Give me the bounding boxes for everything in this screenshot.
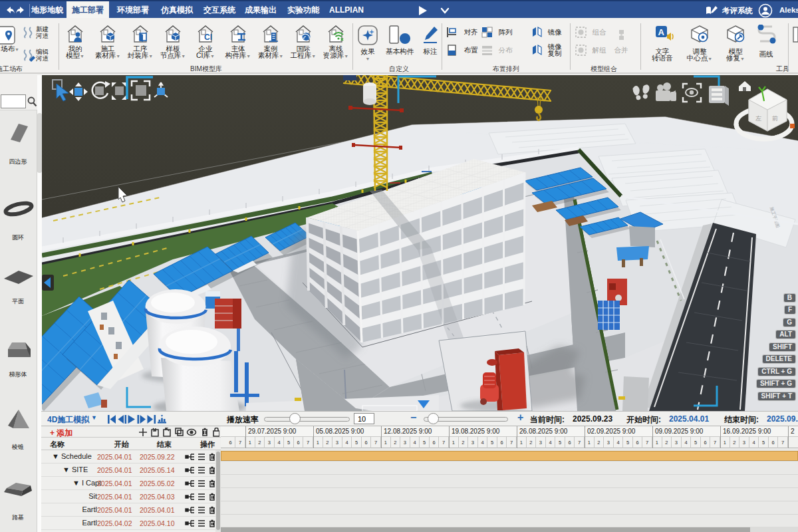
- svg-text:左: 左: [755, 115, 761, 122]
- svg-text:前: 前: [772, 115, 778, 122]
- svg-text:CI: CI: [204, 33, 212, 42]
- svg-text:A: A: [658, 27, 665, 37]
